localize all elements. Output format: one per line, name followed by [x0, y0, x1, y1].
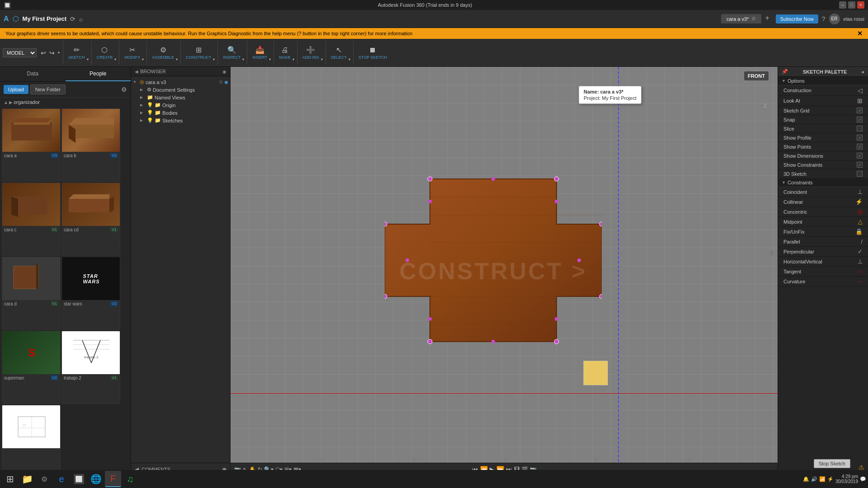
option-show-points: Show Points	[778, 142, 868, 151]
tree-collapse-arrow[interactable]: ▼	[133, 80, 138, 84]
show-points-checkbox[interactable]	[857, 144, 863, 150]
show-profile-checkbox[interactable]	[857, 135, 863, 141]
3d-sketch-checkbox[interactable]	[857, 171, 863, 177]
browser-sketches[interactable]: ▶ 💡 📁 Sketches	[133, 117, 228, 124]
taskbar-app3[interactable]: 🔲	[71, 471, 87, 487]
snap-checkbox[interactable]	[857, 117, 863, 122]
user-avatar[interactable]: ER	[829, 14, 840, 24]
show-constraints-checkbox[interactable]	[857, 162, 863, 168]
sketch-grid-checkbox[interactable]	[857, 108, 863, 113]
list-item[interactable]: cara a V3	[2, 108, 61, 182]
parallel-icon[interactable]: /	[861, 238, 863, 245]
notification-button[interactable]: 💬	[860, 476, 866, 482]
sys-tray-icon3[interactable]: 📶	[819, 476, 826, 482]
sys-tray-icon1[interactable]: 🔔	[803, 476, 809, 482]
list-item[interactable]: trabajo 2 trabajo 2 V1	[61, 331, 120, 404]
curvature-icon[interactable]: ~	[859, 278, 863, 285]
list-item[interactable]: cara c V1	[2, 183, 61, 256]
collinear-icon[interactable]: ⚡	[855, 198, 863, 205]
tree-arrow-origin[interactable]: ▶	[140, 103, 146, 107]
sys-tray-icon4[interactable]: ⚡	[827, 476, 834, 482]
tab-settings[interactable]: ⚙	[751, 16, 756, 22]
fix-unfix-icon[interactable]: 🔒	[855, 228, 863, 235]
thumbnail-label: trabajo 2 V1	[62, 374, 120, 381]
midpoint-icon[interactable]: △	[858, 218, 863, 225]
sidebar-tab-data[interactable]: Data	[0, 67, 66, 81]
perpendicular-icon[interactable]: ✓	[858, 248, 863, 255]
active-tab[interactable]: cara a v3* ⚙	[721, 14, 762, 23]
redo-button[interactable]: ↪	[48, 48, 56, 57]
toolbar-group-modify: ✂ MODIFY	[120, 41, 147, 65]
tangent-icon[interactable]: ○	[859, 268, 863, 275]
tree-arrow-doc[interactable]: ▶	[140, 88, 146, 92]
history-dropdown[interactable]: ▾	[57, 50, 61, 56]
sketch-button[interactable]: ✏ SKETCH	[66, 42, 90, 63]
list-item[interactable]: ---	[2, 405, 61, 474]
tree-arrow-bodies[interactable]: ▶	[140, 111, 146, 115]
browser-collapse-icon[interactable]: ◀	[135, 69, 138, 74]
upload-button[interactable]: Upload	[4, 85, 28, 94]
close-button[interactable]: ✕	[857, 1, 864, 9]
taskbar-epic-games[interactable]: ⚙	[36, 471, 52, 487]
modify-button[interactable]: ✂ MODIFY	[122, 42, 145, 63]
minimize-button[interactable]: ─	[839, 1, 846, 9]
home-icon[interactable]: ⬡	[13, 14, 19, 23]
show-dimensions-checkbox[interactable]	[857, 153, 863, 159]
horizontal-vertical-icon[interactable]: ⊥	[858, 258, 863, 265]
expand-icon[interactable]: «	[862, 69, 864, 75]
browser-expand-icon[interactable]: ◉	[222, 69, 226, 74]
construction-icon[interactable]: ◁	[858, 87, 863, 94]
tree-settings-icon[interactable]: ⚙	[219, 80, 223, 84]
addins-button[interactable]: ➕ ADD-INS	[300, 42, 324, 63]
insert-button[interactable]: 📥 INSERT	[250, 42, 272, 63]
sidebar-tab-people[interactable]: People	[66, 67, 131, 81]
options-section-header[interactable]: ▼ Options	[778, 77, 868, 85]
select-button[interactable]: ↖ SELECT	[329, 42, 351, 63]
taskbar-ie[interactable]: e	[53, 471, 70, 487]
taskbar-fusion[interactable]: F	[105, 471, 121, 487]
taskbar-spotify[interactable]: ♫	[122, 471, 138, 487]
construct-button[interactable]: ⊞ CONSTRUCT	[184, 42, 216, 63]
search-icon[interactable]: ⌕	[79, 15, 83, 23]
maximize-button[interactable]: □	[848, 1, 855, 9]
sidebar-settings-icon[interactable]: ⚙	[121, 86, 127, 93]
taskbar-file-explorer[interactable]: 📁	[19, 471, 35, 487]
new-folder-button[interactable]: New Folder	[30, 84, 66, 94]
browser-bodies[interactable]: ▶ 💡 📁 Bodies	[133, 109, 228, 117]
create-button[interactable]: ⬡ CREATE	[94, 42, 118, 63]
inspect-button[interactable]: 🔍 INSPECT	[221, 42, 245, 63]
browser-pin-icon[interactable]: ◉	[224, 80, 228, 84]
subscribe-now-button[interactable]: Subscribe Now	[776, 14, 818, 23]
list-item[interactable]: cara b V2	[61, 108, 120, 182]
browser-document-settings[interactable]: ▶ ⚙ Document Settings	[133, 86, 228, 94]
coincident-icon[interactable]: ⊥	[858, 188, 863, 195]
mode-select[interactable]: MODEL SKETCH SCULPT	[3, 48, 37, 57]
stop-sketch-button[interactable]: Stop Sketch	[814, 459, 850, 468]
help-icon[interactable]: ?	[822, 15, 826, 23]
undo-button[interactable]: ↩	[39, 48, 47, 57]
tree-arrow-sketches[interactable]: ▶	[140, 118, 146, 122]
list-item[interactable]: STARWARS star wars V2	[61, 257, 120, 330]
concentric-icon[interactable]: ◎	[858, 208, 863, 215]
list-item[interactable]: cara d V1	[2, 257, 61, 330]
warning-close-button[interactable]: ✕	[857, 30, 863, 37]
pin-icon[interactable]: 📌	[782, 69, 788, 75]
viewport[interactable]: CONSTRUCT > Name: cara a v3* Project: My…	[231, 67, 778, 475]
slice-checkbox[interactable]	[857, 126, 863, 131]
constraints-section-header[interactable]: ▼ Constraints	[778, 178, 868, 187]
assemble-button[interactable]: ⚙ ASSEMBLE	[150, 42, 179, 63]
refresh-icon[interactable]: ⟳	[70, 15, 75, 23]
sys-tray-icon2[interactable]: 🔊	[811, 476, 817, 482]
browser-named-views[interactable]: ▶ 📁 Named Views	[133, 94, 228, 101]
make-button[interactable]: 🖨 MAKE	[277, 42, 295, 63]
browser-root-item[interactable]: ▼ ◎ cara a v3 ⚙ ◉	[133, 78, 228, 86]
taskbar-chrome[interactable]: 🌐	[88, 471, 104, 487]
look-at-icon[interactable]: ⊞	[857, 97, 863, 104]
new-tab-button[interactable]: +	[762, 14, 772, 23]
start-button[interactable]: ⊞	[2, 471, 18, 487]
tree-arrow-views[interactable]: ▶	[140, 95, 146, 99]
browser-origin[interactable]: ▶ 💡 📁 Origin	[133, 101, 228, 109]
stop-sketch-toolbar-button[interactable]: ⏹ STOP SKETCH	[356, 42, 389, 63]
list-item[interactable]: S superman V2	[2, 331, 61, 404]
list-item[interactable]: cara cd V1	[61, 183, 120, 256]
